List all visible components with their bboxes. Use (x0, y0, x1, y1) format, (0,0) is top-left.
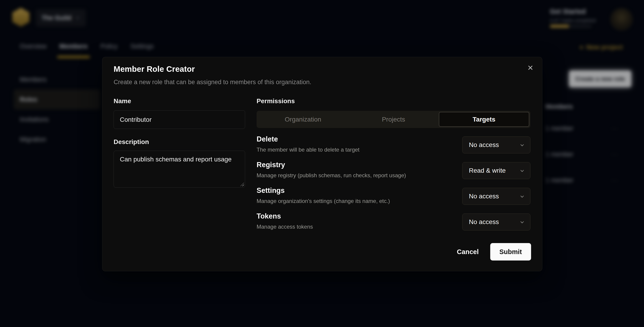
cancel-button[interactable]: Cancel (452, 245, 484, 259)
permission-description: Manage registry (publish schemas, run ch… (256, 172, 406, 179)
description-label: Description (114, 138, 149, 146)
scope-tab-organization[interactable]: Organization (258, 112, 348, 127)
screen: The Guild Get Started 4 of 7 tasks compl… (0, 0, 644, 327)
dialog-subtitle: Create a new role that can be assigned t… (114, 79, 311, 86)
access-select-value: No access (469, 193, 499, 200)
scope-tab-targets[interactable]: Targets (439, 112, 529, 127)
name-label: Name (114, 97, 131, 105)
permission-description: Manage organization's settings (change i… (256, 198, 390, 204)
permission-title: Tokens (256, 212, 281, 220)
chevron-down-icon (519, 194, 525, 200)
access-select-value: No access (469, 218, 499, 226)
submit-button[interactable]: Submit (490, 243, 531, 261)
permission-title: Settings (256, 186, 284, 195)
chevron-down-icon (519, 219, 525, 225)
permission-description: Manage access tokens (256, 224, 313, 230)
permission-row-registry: Registry Manage registry (publish schema… (256, 162, 531, 180)
permission-row-settings: Settings Manage organization's settings … (256, 188, 531, 205)
access-select-value: No access (469, 141, 499, 149)
permission-title: Registry (256, 161, 285, 169)
role-description-textarea[interactable]: Can publish schemas and report usage (114, 151, 245, 188)
dialog-footer: Cancel Submit (452, 243, 531, 261)
access-select-registry[interactable]: Read & write (462, 162, 530, 179)
dialog-title: Member Role Creator (114, 64, 195, 74)
member-role-creator-dialog: Member Role Creator Create a new role th… (102, 57, 542, 271)
permissions-label: Permissions (256, 97, 295, 105)
access-select-delete[interactable]: No access (462, 136, 530, 153)
permissions-scope-tabs: Organization Projects Targets (256, 111, 530, 128)
permission-description: The member will be able to delete a targ… (256, 147, 360, 153)
access-select-settings[interactable]: No access (462, 188, 530, 205)
close-icon[interactable]: ✕ (525, 63, 536, 73)
permission-sections: Delete The member will be able to delete… (256, 136, 531, 239)
scope-tab-projects[interactable]: Projects (348, 112, 438, 127)
access-select-value: Read & write (469, 167, 506, 174)
permission-row-delete: Delete The member will be able to delete… (256, 136, 531, 154)
role-name-input[interactable] (114, 110, 245, 129)
chevron-down-icon (519, 142, 525, 148)
access-select-tokens[interactable]: No access (462, 214, 530, 231)
permission-row-tokens: Tokens Manage access tokens No access (256, 214, 531, 231)
permission-title: Delete (256, 135, 278, 143)
chevron-down-icon (519, 168, 525, 174)
description-field-wrap: Can publish schemas and report usage (114, 151, 245, 188)
